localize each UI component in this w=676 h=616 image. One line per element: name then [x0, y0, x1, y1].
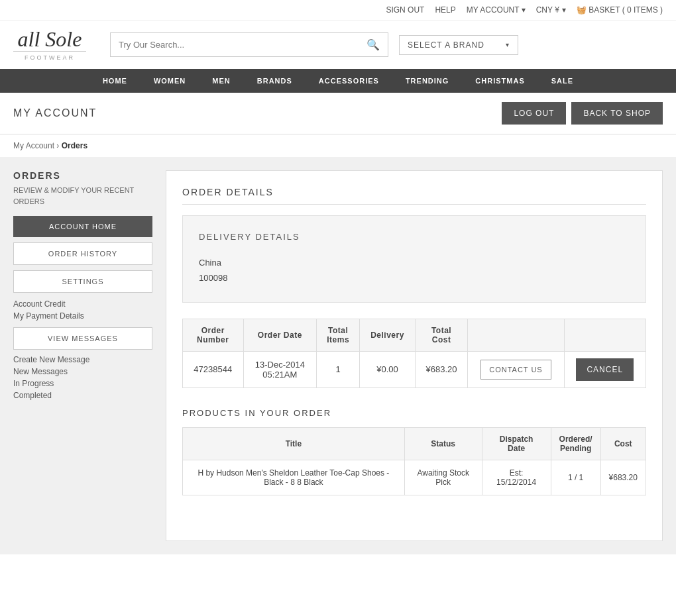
search-button[interactable]: 🔍	[359, 33, 388, 56]
logo-text: all Sole	[18, 28, 82, 50]
delivery-country: China	[199, 255, 630, 270]
brand-select[interactable]: SELECT A BRAND ▾	[399, 35, 518, 55]
payment-details-link[interactable]: My Payment Details	[13, 311, 152, 321]
nav-trending[interactable]: TRENDING	[392, 69, 462, 93]
col-status: Status	[404, 427, 482, 460]
account-actions: LOG OUT BACK TO SHOP	[502, 102, 663, 125]
new-messages-link[interactable]: New Messages	[13, 367, 152, 376]
col-order-number: OrderNumber	[183, 319, 244, 351]
order-table: OrderNumber Order Date TotalItems Delive…	[182, 319, 646, 388]
product-title-cell: H by Hudson Men's Sheldon Leather Toe-Ca…	[183, 460, 405, 495]
col-dispatch: DispatchDate	[482, 427, 551, 460]
col-cost: Cost	[600, 427, 646, 460]
product-dispatch-cell: Est: 15/12/2014	[482, 460, 551, 495]
main-nav: HOME WOMEN MEN BRANDS ACCESSORIES TRENDI…	[0, 69, 676, 93]
order-history-button[interactable]: ORDER HISTORY	[13, 242, 152, 265]
order-number-cell: 47238544	[183, 351, 244, 387]
table-row: 47238544 13-Dec-2014 05:21AM 1 ¥0.00 ¥68…	[183, 351, 646, 387]
col-actions1	[468, 319, 564, 351]
sidebar: ORDERS REVIEW & MODIFY YOUR RECENT ORDER…	[13, 170, 152, 541]
sidebar-orders-title: ORDERS	[13, 170, 152, 181]
help-link[interactable]: HELP	[435, 5, 455, 15]
delivery-details-title: DELIVERY DETAILS	[199, 232, 630, 242]
account-home-button[interactable]: ACCOUNT HOME	[13, 216, 152, 237]
contact-us-button[interactable]: CONTACT US	[480, 360, 551, 380]
currency-selector[interactable]: CNY ¥ ▾	[536, 5, 566, 15]
total-cost-cell: ¥683.20	[415, 351, 468, 387]
content-area: ORDERS REVIEW & MODIFY YOUR RECENT ORDER…	[0, 157, 676, 554]
breadcrumb-current: Orders	[62, 141, 87, 150]
cancel-cell: CANCEL	[564, 351, 646, 387]
nav-men[interactable]: MEN	[199, 69, 243, 93]
logout-button[interactable]: LOG OUT	[502, 102, 566, 125]
product-status-cell: Awaiting Stock Pick	[404, 460, 482, 495]
top-bar: SIGN OUT HELP MY ACCOUNT ▾ CNY ¥ ▾ 🧺 BAS…	[0, 0, 676, 21]
logo[interactable]: all Sole FOOTWEAR	[13, 28, 86, 61]
header: all Sole FOOTWEAR 🔍 SELECT A BRAND ▾	[0, 21, 676, 69]
sidebar-messages-section: VIEW MESSAGES Create New Message New Mes…	[13, 327, 152, 400]
logo-sub: FOOTWEAR	[25, 54, 75, 61]
col-title: Title	[183, 427, 405, 460]
in-progress-link[interactable]: In Progress	[13, 379, 152, 388]
col-total-cost: TotalCost	[415, 319, 468, 351]
nav-christmas[interactable]: CHRISTMAS	[462, 69, 537, 93]
col-total-items: TotalItems	[317, 319, 360, 351]
delivery-info: China 100098	[199, 255, 630, 286]
sidebar-account-section: Account Credit My Payment Details	[13, 299, 152, 321]
main-panel: ORDER DETAILS DELIVERY DETAILS China 100…	[166, 170, 663, 541]
create-message-link[interactable]: Create New Message	[13, 355, 152, 364]
account-credit-link[interactable]: Account Credit	[13, 299, 152, 309]
delivery-postcode: 100098	[199, 270, 630, 285]
breadcrumb-parent[interactable]: My Account	[13, 141, 54, 150]
product-ordered-cell: 1 / 1	[551, 460, 600, 495]
account-header: MY ACCOUNT LOG OUT BACK TO SHOP	[0, 93, 676, 134]
sidebar-orders-desc: REVIEW & MODIFY YOUR RECENT ORDERS	[13, 185, 152, 207]
order-date-cell: 13-Dec-2014 05:21AM	[243, 351, 317, 387]
logo-divider	[13, 51, 86, 52]
account-title: MY ACCOUNT	[13, 107, 97, 119]
product-cost-cell: ¥683.20	[600, 460, 646, 495]
products-title: PRODUCTS IN YOUR ORDER	[182, 408, 646, 418]
col-delivery: Delivery	[360, 319, 416, 351]
nav-home[interactable]: HOME	[89, 69, 141, 93]
contact-us-cell: CONTACT US	[468, 351, 564, 387]
products-table: Title Status DispatchDate Ordered/Pendin…	[182, 427, 646, 495]
total-items-cell: 1	[317, 351, 360, 387]
completed-link[interactable]: Completed	[13, 391, 152, 400]
nav-accessories[interactable]: ACCESSORIES	[306, 69, 392, 93]
delivery-box: DELIVERY DETAILS China 100098	[182, 215, 646, 303]
back-to-shop-button[interactable]: BACK TO SHOP	[571, 102, 663, 125]
nav-women[interactable]: WOMEN	[141, 69, 199, 93]
order-details-title: ORDER DETAILS	[182, 187, 646, 205]
col-order-date: Order Date	[243, 319, 317, 351]
basket-link[interactable]: 🧺 BASKET ( 0 ITEMS )	[577, 5, 663, 15]
breadcrumb: My Account › Orders	[0, 134, 676, 157]
signout-link[interactable]: SIGN OUT	[386, 5, 424, 15]
nav-sale[interactable]: SALE	[538, 69, 587, 93]
product-row: H by Hudson Men's Sheldon Leather Toe-Ca…	[183, 460, 646, 495]
search-input[interactable]	[111, 34, 359, 55]
cancel-button[interactable]: CANCEL	[576, 358, 634, 381]
col-actions2	[564, 319, 646, 351]
delivery-cell: ¥0.00	[360, 351, 416, 387]
col-ordered-pending: Ordered/Pending	[551, 427, 600, 460]
nav-brands[interactable]: BRANDS	[244, 69, 306, 93]
search-bar: 🔍	[110, 32, 388, 57]
settings-button[interactable]: SETTINGS	[13, 270, 152, 293]
chevron-down-icon: ▾	[506, 41, 510, 48]
my-account-link[interactable]: MY ACCOUNT ▾	[467, 5, 526, 15]
view-messages-button[interactable]: VIEW MESSAGES	[13, 327, 152, 350]
